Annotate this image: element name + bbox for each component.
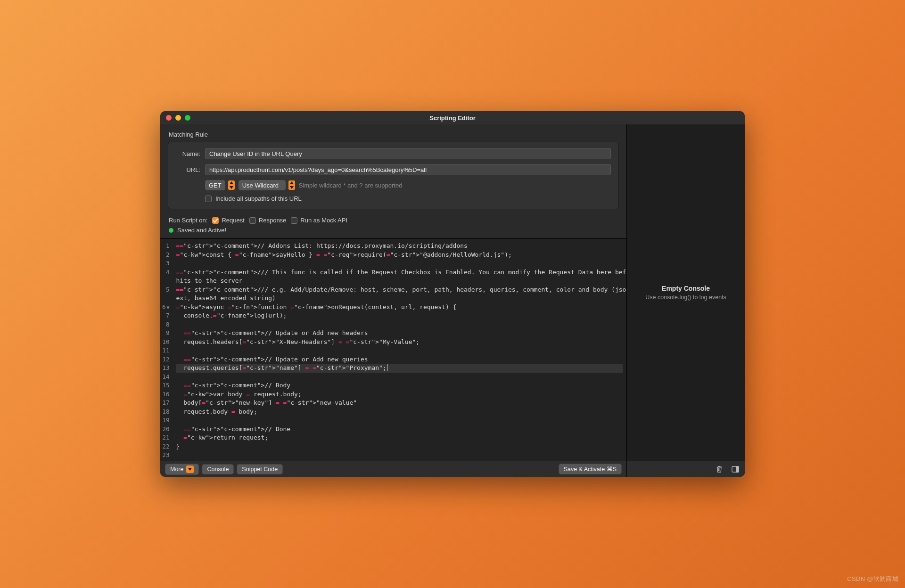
code-line[interactable]: request.queries[="c-str">"name"] = ="c-s… — [176, 364, 623, 373]
run-script-label: Run Script on: — [169, 217, 207, 224]
save-button-label: Save & Activate ⌘S — [564, 466, 617, 473]
console-title: Empty Console — [662, 285, 710, 292]
code-line[interactable]: ="c-kw">return request; — [176, 433, 623, 442]
console-button[interactable]: Console — [202, 464, 234, 474]
code-line[interactable]: ="c-kw">var body = request.body; — [176, 390, 623, 399]
code-line[interactable] — [176, 416, 623, 425]
code-editor[interactable]: 1234 5 6▼7891011121314151617181920212223… — [160, 238, 626, 461]
watermark: CSDN @软购商城 — [847, 575, 898, 583]
wildcard-select-label: Use Wildcard — [242, 182, 279, 189]
svg-rect-1 — [736, 466, 739, 472]
code-line[interactable]: =="c-str">"c-comment">// Body — [176, 381, 623, 390]
include-subpaths-label: Include all subpaths of this URL — [215, 195, 302, 202]
name-label: Name: — [176, 150, 200, 157]
code-line[interactable]: =="c-str">"c-comment">/// This func is c… — [176, 268, 623, 277]
response-checkbox-label: Response — [259, 217, 287, 224]
panel-toggle-icon[interactable] — [731, 465, 740, 474]
footer: More Console Snippet Code Save & Activat… — [160, 461, 626, 477]
code-line[interactable] — [176, 259, 623, 268]
left-pane: Matching Rule Name: URL: GET — [160, 124, 627, 477]
method-select-label: GET — [209, 182, 222, 189]
chevron-down-icon — [186, 466, 194, 473]
save-button[interactable]: Save & Activate ⌘S — [559, 464, 622, 474]
console-button-label: Console — [207, 466, 229, 473]
status-dot-icon — [169, 228, 173, 233]
response-checkbox[interactable] — [249, 217, 256, 224]
code-line[interactable]: =="c-str">"c-comment">/// e.g. Add/Updat… — [176, 286, 623, 294]
wildcard-stepper[interactable] — [288, 180, 295, 190]
code-line[interactable] — [176, 320, 623, 329]
titlebar: Scripting Editor — [160, 111, 745, 124]
wildcard-select[interactable]: Use Wildcard — [239, 180, 286, 190]
code-line[interactable]: hits to the server — [176, 277, 623, 286]
code-line[interactable]: request.headers[="c-str">"X-New-Headers"… — [176, 338, 623, 347]
code-line[interactable]: request.body = body; — [176, 408, 623, 416]
code-line[interactable]: =="c-str">"c-comment">// Update or Add n… — [176, 355, 623, 364]
request-checkbox-label: Request — [222, 217, 244, 224]
wildcard-hint: Simple wildcard * and ? are supported — [299, 182, 403, 189]
run-script-row: Run Script on: Request Response Run as M… — [160, 214, 626, 226]
matching-rule-card: Name: URL: GET Use Wildcard — [168, 142, 619, 209]
code-line[interactable] — [176, 373, 623, 382]
console-pane: Empty Console Use console.log() to log e… — [627, 124, 745, 477]
code-line[interactable]: body[="c-str">"new-key"] = ="c-str">"new… — [176, 399, 623, 408]
url-label: URL: — [176, 166, 200, 173]
mock-checkbox-label: Run as Mock API — [300, 217, 347, 224]
window-title: Scripting Editor — [160, 114, 745, 122]
method-stepper[interactable] — [228, 180, 235, 190]
code-area[interactable]: =="c-str">"c-comment">// Addons List: ht… — [173, 239, 626, 461]
include-subpaths-checkbox[interactable] — [205, 196, 212, 202]
url-field[interactable] — [205, 164, 611, 175]
window: Scripting Editor Matching Rule Name: URL… — [160, 111, 745, 477]
code-line[interactable] — [176, 451, 623, 460]
code-line[interactable]: =="c-str">"c-comment">// Done — [176, 425, 623, 434]
code-line[interactable]: } — [176, 442, 623, 451]
more-button-label: More — [170, 466, 183, 473]
code-line[interactable]: =="c-str">"c-comment">// Update or Add n… — [176, 329, 623, 338]
console-subtitle: Use console.log() to log events — [645, 294, 726, 301]
trash-icon[interactable] — [715, 465, 724, 474]
request-checkbox[interactable] — [212, 217, 219, 224]
status-row: Saved and Active! — [160, 226, 626, 238]
status-text: Saved and Active! — [177, 227, 226, 234]
name-field[interactable] — [205, 148, 611, 159]
mock-checkbox[interactable] — [291, 217, 297, 224]
code-line[interactable]: console.="c-fname">log(url); — [176, 311, 623, 320]
code-line[interactable]: ="c-kw">const { ="c-fname">sayHello } = … — [176, 251, 623, 260]
snippet-button[interactable]: Snippet Code — [237, 464, 283, 474]
gutter: 1234 5 6▼7891011121314151617181920212223 — [160, 239, 173, 461]
matching-rule-title: Matching Rule — [160, 124, 626, 142]
code-line[interactable] — [176, 346, 623, 355]
code-line[interactable]: ext, base64 encoded string) — [176, 294, 623, 303]
code-line[interactable]: =="c-str">"c-comment">// Addons List: ht… — [176, 242, 623, 251]
more-button[interactable]: More — [165, 464, 199, 475]
method-select[interactable]: GET — [205, 180, 225, 190]
code-line[interactable]: ="c-kw">async ="c-fn">function ="c-fname… — [176, 303, 623, 312]
snippet-button-label: Snippet Code — [242, 466, 278, 473]
